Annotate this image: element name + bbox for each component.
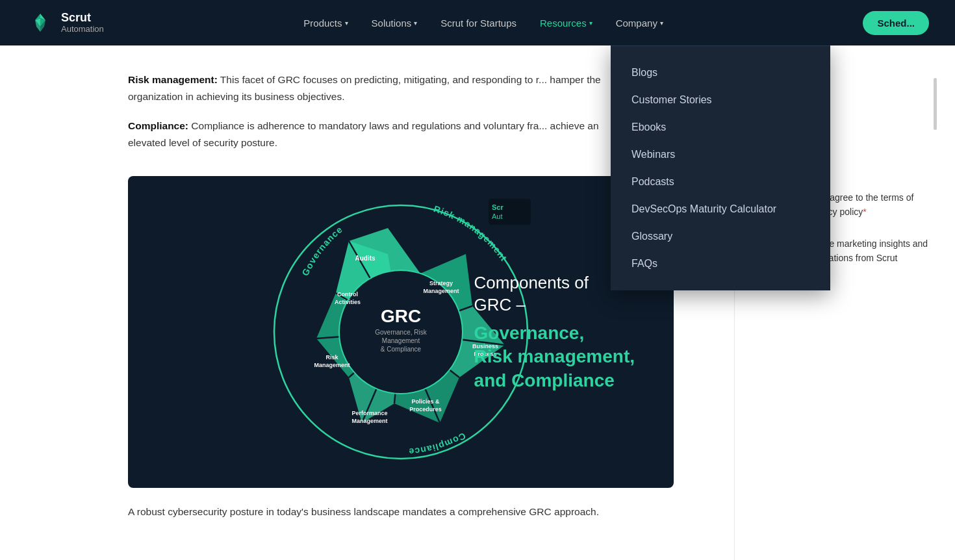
svg-text:Management: Management [382,337,420,344]
logo-automation: Automation [61,25,104,34]
bottom-paragraph: A robust cybersecurity posture in today'… [128,503,611,546]
resources-dropdown: Blogs Customer Stories Ebooks Webinars P… [611,45,830,290]
dropdown-blogs[interactable]: Blogs [611,59,830,86]
svg-text:Activities: Activities [335,299,361,305]
svg-text:Governance, Risk: Governance, Risk [375,329,427,336]
nav-products[interactable]: Products ▾ [294,12,357,34]
compliance-label: and Compliance [474,368,635,392]
nav-startups-label: Scrut for Startups [440,18,516,29]
svg-text:Procedures: Procedures [409,406,442,413]
schedule-button[interactable]: Sched... [863,11,929,35]
svg-text:Management: Management [314,362,350,368]
compliance-paragraph: Compliance: Compliance is adherence to m… [128,118,611,152]
main-content: Risk management: This facet of GRC focus… [0,45,611,547]
nav-products-label: Products [303,18,342,29]
navbar-links: Products ▾ Solutions ▾ Scrut for Startup… [294,12,672,34]
logo-scrut: Scrut [61,12,104,25]
svg-text:Aut: Aut [492,212,503,220]
nav-company-label: Company [616,18,657,29]
dropdown-customer-stories[interactable]: Customer Stories [611,86,830,114]
dropdown-devsecops[interactable]: DevSecOps Maturity Calculator [611,196,830,223]
chevron-down-icon: ▾ [589,19,592,27]
svg-text:Policies &: Policies & [411,398,440,405]
svg-text:Control: Control [337,291,358,298]
compliance-text: Compliance is adherence to mandatory law… [128,120,599,148]
compliance-label: Compliance: [128,120,188,131]
chevron-down-icon: ▾ [414,19,417,27]
navbar: Scrut Automation Products ▾ Solutions ▾ … [0,0,955,45]
nav-solutions[interactable]: Solutions ▾ [363,12,427,34]
nav-resources-label: Resources [540,18,587,29]
chevron-down-icon: ▾ [660,19,663,27]
diagram-title-line1: Components of [474,273,589,292]
svg-text:Management: Management [351,418,387,424]
svg-text:Performance: Performance [351,410,387,416]
diagram-title-line2: GRC – [474,295,526,314]
svg-text:Risk: Risk [325,354,338,361]
scrollbar[interactable] [934,78,937,130]
svg-rect-34 [489,199,531,225]
nav-resources[interactable]: Resources ▾ [531,12,602,34]
risk-management-paragraph: Risk management: This facet of GRC focus… [128,71,611,106]
nav-startups[interactable]: Scrut for Startups [431,12,526,34]
dropdown-webinars[interactable]: Webinars [611,141,830,168]
dropdown-glossary[interactable]: Glossary [611,223,830,250]
svg-text:Scr: Scr [492,203,503,211]
chevron-down-icon: ▾ [345,19,348,27]
grc-diagram: Governance Risk management Compliance [128,176,674,488]
risk-label: Risk management, [474,345,635,368]
nav-company[interactable]: Company ▾ [607,12,672,34]
nav-solutions-label: Solutions [372,18,412,29]
risk-management-label: Risk management: [128,74,218,85]
logo-text: Scrut Automation [61,12,104,34]
svg-text:& Compliance: & Compliance [381,346,422,353]
dropdown-faqs[interactable]: FAQs [611,250,830,277]
text-section: Risk management: This facet of GRC focus… [128,71,611,176]
svg-text:GRC: GRC [381,306,421,326]
svg-text:Management: Management [423,288,459,294]
terms-required-marker: * [863,207,866,217]
svg-text:Audits: Audits [355,255,376,262]
dropdown-ebooks[interactable]: Ebooks [611,114,830,141]
svg-text:Strategy: Strategy [429,280,453,286]
logo[interactable]: Scrut Automation [26,8,104,37]
dropdown-podcasts[interactable]: Podcasts [611,168,830,196]
governance-label: Governance, [474,322,635,345]
